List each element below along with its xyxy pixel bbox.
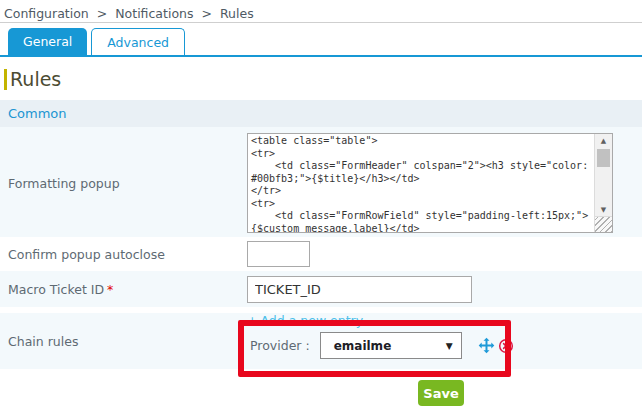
macro-ticket-id-input[interactable] [247, 276, 472, 303]
chain-rules-label: Chain rules [0, 313, 247, 369]
breadcrumb: Configuration > Notifications > Rules [0, 0, 642, 23]
add-new-entry-text: Add a new entry [260, 313, 363, 328]
plus-icon: + [247, 313, 257, 328]
provider-selected-value: emailme [334, 339, 392, 353]
macro-ticket-id-label-text: Macro Ticket ID [8, 282, 104, 297]
scrollbar-thumb[interactable] [597, 149, 610, 167]
section-header-common: Common [0, 100, 642, 127]
page: Configuration > Notifications > Rules Ge… [0, 0, 642, 413]
tab-bar: General Advanced [0, 28, 642, 57]
row-formatting-popup: Formatting popup <table class="table"> <… [0, 127, 642, 237]
breadcrumb-item-notifications[interactable]: Notifications [115, 6, 193, 21]
scroll-up-icon[interactable]: ▲ [595, 134, 612, 147]
formatting-popup-label: Formatting popup [0, 133, 247, 233]
resize-grip-icon[interactable] [595, 216, 612, 232]
tab-advanced[interactable]: Advanced [91, 28, 185, 55]
tab-general[interactable]: General [8, 28, 87, 55]
textarea-scrollbar[interactable]: ▲ ▼ [594, 134, 612, 232]
breadcrumb-item-rules[interactable]: Rules [220, 6, 254, 21]
provider-entry: Provider : emailme ▼ [247, 332, 642, 359]
move-icon[interactable] [478, 337, 495, 354]
add-new-entry-link[interactable]: +Add a new entry [247, 313, 363, 328]
row-chain-rules: Chain rules +Add a new entry Provider : … [0, 313, 642, 369]
delete-circle-icon[interactable] [498, 338, 514, 354]
breadcrumb-separator: > [201, 6, 211, 21]
breadcrumb-item-configuration[interactable]: Configuration [4, 6, 89, 21]
row-macro-ticket-id: Macro Ticket ID * [0, 271, 642, 307]
breadcrumb-separator: > [97, 6, 107, 21]
row-confirm-popup-autoclose: Confirm popup autoclose [0, 237, 642, 271]
footer: Save [0, 380, 642, 406]
required-asterisk: * [107, 282, 113, 297]
scrollbar-track[interactable] [595, 147, 612, 203]
formatting-popup-code[interactable]: <table class="table"> <tr> <td class="Fo… [248, 134, 594, 232]
macro-ticket-id-label: Macro Ticket ID * [0, 282, 247, 297]
confirm-popup-autoclose-label: Confirm popup autoclose [0, 247, 247, 262]
confirm-popup-autoclose-input[interactable] [247, 241, 310, 267]
provider-select[interactable]: emailme ▼ [320, 332, 462, 359]
chevron-down-icon: ▼ [446, 341, 453, 351]
scroll-down-icon[interactable]: ▼ [595, 203, 612, 216]
save-button[interactable]: Save [418, 380, 464, 406]
provider-label: Provider : [250, 338, 310, 353]
page-title: Rules [4, 69, 61, 90]
formatting-popup-textarea[interactable]: <table class="table"> <tr> <td class="Fo… [247, 133, 613, 233]
